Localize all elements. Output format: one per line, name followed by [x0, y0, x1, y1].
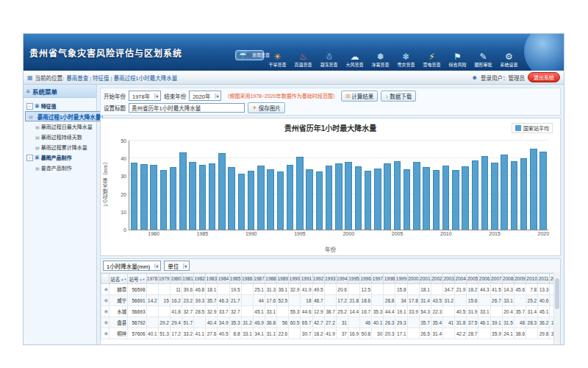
sort-icon[interactable]: ▲▼: [121, 277, 126, 281]
x-tick-label: 1985: [197, 231, 209, 236]
year-header[interactable]: 1999: [395, 274, 407, 284]
year-header[interactable]: 1995: [348, 274, 359, 284]
year-header[interactable]: 2010: [526, 274, 538, 284]
year-header[interactable]: 2008: [502, 274, 514, 284]
bar: [277, 171, 284, 230]
bar: [189, 162, 196, 230]
unit-select[interactable]: 单位 ▾: [164, 261, 190, 271]
year-header[interactable]: 1982: [194, 274, 206, 284]
start-year-select[interactable]: 1978年 ▾: [129, 91, 161, 101]
nav-item[interactable]: ❄雪灾普查: [394, 50, 418, 69]
breadcrumb-item[interactable]: 特征值: [93, 75, 110, 82]
sidebar-group[interactable]: -▣暴雨产品制作: [25, 152, 95, 163]
value-cell: 46.9: [253, 317, 265, 328]
nav-item[interactable]: ❅冰雹普查: [368, 50, 392, 69]
year-header[interactable]: 1990: [289, 274, 301, 284]
year-header[interactable]: 1998: [384, 274, 395, 284]
year-header[interactable]: 1983: [206, 274, 218, 284]
element-select[interactable]: 1小时降水量(mm) ▾: [103, 261, 161, 271]
sidebar-item[interactable]: ▤普查产品制作: [25, 163, 95, 173]
logout-button[interactable]: 退出系统: [528, 72, 560, 82]
bar: [491, 163, 498, 230]
year-header[interactable]: 1989: [277, 274, 289, 284]
year-header[interactable]: 2001: [419, 274, 431, 284]
collapse-icon[interactable]: -: [26, 155, 33, 161]
row-expand-icon[interactable]: ◉: [101, 284, 110, 295]
station-name-header[interactable]: 站名▲▼: [110, 274, 128, 284]
station-id-cell: 57606: [128, 328, 146, 339]
breadcrumb-item[interactable]: 暴雨普查: [66, 75, 88, 82]
nav-item[interactable]: ♨高温普查: [291, 50, 315, 69]
row-expand-icon[interactable]: ◉: [101, 306, 110, 317]
app-title: 贵州省气象灾害风险评估与区划系统: [29, 46, 182, 59]
sidebar-item[interactable]: ▤暴雨过程日最大降水量: [25, 121, 95, 132]
year-header[interactable]: 2000: [407, 274, 419, 284]
value-cell: [158, 284, 170, 295]
sidebar-group[interactable]: -▣特征值: [25, 101, 95, 111]
table-scroll-area[interactable]: 站名▲▼站号▲▼19781979198019811982198319841985…: [101, 273, 554, 339]
year-header[interactable]: 2006: [478, 274, 490, 284]
sort-icon[interactable]: ▲▼: [139, 277, 145, 281]
year-header[interactable]: 1997: [372, 274, 384, 284]
value-cell: 33.1: [478, 306, 490, 317]
sidebar-item[interactable]: ▤暴雨过程1小时最大降水量: [25, 111, 103, 121]
user-area: ☻ 登录用户：管理员 退出系统: [472, 72, 560, 82]
year-header[interactable]: 2011: [538, 274, 550, 284]
year-header[interactable]: 1980: [170, 274, 182, 284]
year-header[interactable]: 1991: [301, 274, 312, 284]
chart-title-input[interactable]: [129, 103, 245, 113]
scrollbar-thumb[interactable]: [555, 278, 559, 309]
value-cell: 39.1: [490, 317, 502, 328]
row-expand-icon[interactable]: ◉: [101, 295, 110, 306]
nav-item[interactable]: ☔暴雨普查: [235, 50, 264, 60]
bar: [257, 166, 264, 230]
collapse-icon[interactable]: -: [26, 103, 33, 110]
sidebar-item[interactable]: ▤暴雨过程累计降水量: [25, 142, 95, 152]
year-header[interactable]: 1992: [312, 274, 324, 284]
year-header[interactable]: 2003: [443, 274, 455, 284]
breadcrumb-item[interactable]: 暴雨过程1小时最大降水量: [114, 75, 178, 82]
value-cell: 28.7: [467, 328, 478, 339]
row-expand-icon[interactable]: ◉: [101, 328, 110, 339]
value-cell: 35.4: [431, 317, 442, 328]
year-header[interactable]: 1988: [265, 274, 276, 284]
year-header[interactable]: 2004: [455, 274, 467, 284]
nav-item[interactable]: ☁大风普查: [343, 50, 367, 69]
hail-icon: ❅: [369, 52, 392, 62]
calculate-button[interactable]: ⊞ 计算结果: [341, 91, 379, 102]
value-cell: 56: [277, 317, 289, 328]
nav-item[interactable]: ⚡雷电普查: [420, 50, 444, 69]
year-header[interactable]: 1987: [253, 274, 265, 284]
nav-item[interactable]: ⚙系统设置: [497, 50, 521, 69]
row-expand-icon[interactable]: ◉: [101, 317, 110, 328]
nav-item-label: 综合风险: [447, 62, 468, 67]
download-button[interactable]: ↓ 数据下载: [381, 91, 416, 102]
document-icon: ▤: [35, 166, 40, 171]
value-cell: 20.6: [336, 284, 348, 295]
year-header[interactable]: 1986: [241, 274, 253, 284]
year-header[interactable]: 2005: [467, 274, 478, 284]
bar: [365, 171, 371, 230]
year-header[interactable]: 1993: [324, 274, 336, 284]
nav-item[interactable]: ☃凝冻普查: [317, 50, 341, 69]
legend-swatch: [515, 125, 521, 131]
save-image-button[interactable]: ✦ 保存图片: [248, 102, 285, 113]
year-header[interactable]: 2002: [431, 274, 442, 284]
year-header[interactable]: 2009: [514, 274, 526, 284]
nav-item[interactable]: ✎图形审批: [471, 50, 495, 69]
sidebar-item[interactable]: ▤暴雨过程持续天数: [25, 132, 95, 142]
year-header[interactable]: 1978: [146, 274, 158, 284]
nav-item[interactable]: ⚑综合风险: [445, 50, 470, 69]
x-tick-label: 1995: [294, 231, 306, 236]
end-year-select[interactable]: 2020年 ▾: [189, 91, 221, 101]
year-header[interactable]: 1985: [229, 274, 241, 284]
value-cell: 35.9: [490, 328, 502, 339]
vertical-scrollbar[interactable]: [553, 272, 560, 345]
year-header[interactable]: 2007: [490, 274, 502, 284]
year-header[interactable]: 1979: [158, 274, 170, 284]
year-header[interactable]: 1994: [336, 274, 348, 284]
station-id-header[interactable]: 站号▲▼: [128, 274, 146, 284]
year-header[interactable]: 1981: [182, 274, 193, 284]
year-header[interactable]: 1984: [218, 274, 229, 284]
year-header[interactable]: 1996: [360, 274, 372, 284]
